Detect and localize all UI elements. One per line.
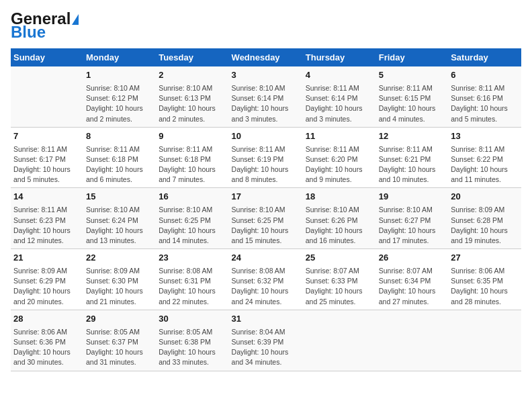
day-info: Sunrise: 8:11 AMSunset: 6:18 PMDaylight:…	[159, 144, 226, 185]
day-cell: 31Sunrise: 8:04 AMSunset: 6:39 PMDayligh…	[229, 310, 303, 371]
day-cell	[303, 310, 376, 371]
day-number: 24	[232, 252, 300, 265]
day-info: Sunrise: 8:11 AMSunset: 6:23 PMDaylight:…	[13, 205, 81, 246]
day-number: 12	[379, 130, 445, 143]
day-info: Sunrise: 8:11 AMSunset: 6:17 PMDaylight:…	[13, 144, 81, 185]
day-info: Sunrise: 8:08 AMSunset: 6:32 PMDaylight:…	[232, 266, 300, 307]
day-number: 1	[86, 69, 153, 82]
day-info: Sunrise: 8:07 AMSunset: 6:33 PMDaylight:…	[306, 266, 373, 307]
day-cell: 27Sunrise: 8:06 AMSunset: 6:35 PMDayligh…	[448, 249, 521, 310]
day-cell: 30Sunrise: 8:05 AMSunset: 6:38 PMDayligh…	[156, 310, 228, 371]
day-cell	[376, 310, 448, 371]
day-cell: 4Sunrise: 8:11 AMSunset: 6:14 PMDaylight…	[303, 66, 376, 127]
day-cell: 22Sunrise: 8:09 AMSunset: 6:30 PMDayligh…	[83, 249, 156, 310]
logo-blue: Blue	[11, 24, 79, 40]
day-cell: 8Sunrise: 8:11 AMSunset: 6:18 PMDaylight…	[83, 127, 156, 188]
day-info: Sunrise: 8:11 AMSunset: 6:21 PMDaylight:…	[379, 144, 445, 185]
day-number: 26	[379, 252, 445, 265]
day-cell: 23Sunrise: 8:08 AMSunset: 6:31 PMDayligh…	[156, 249, 228, 310]
day-cell: 12Sunrise: 8:11 AMSunset: 6:21 PMDayligh…	[376, 127, 448, 188]
day-cell: 26Sunrise: 8:07 AMSunset: 6:34 PMDayligh…	[376, 249, 448, 310]
day-info: Sunrise: 8:11 AMSunset: 6:22 PMDaylight:…	[451, 144, 519, 185]
day-number: 27	[451, 252, 519, 265]
logo-arrow-icon	[72, 14, 79, 25]
day-cell: 13Sunrise: 8:11 AMSunset: 6:22 PMDayligh…	[448, 127, 521, 188]
day-number: 23	[159, 252, 226, 265]
day-cell: 20Sunrise: 8:09 AMSunset: 6:28 PMDayligh…	[448, 188, 521, 249]
week-row-2: 14Sunrise: 8:11 AMSunset: 6:23 PMDayligh…	[11, 188, 521, 249]
day-info: Sunrise: 8:11 AMSunset: 6:19 PMDaylight:…	[232, 144, 300, 185]
day-number: 4	[306, 69, 373, 82]
calendar-table: SundayMondayTuesdayWednesdayThursdayFrid…	[11, 48, 521, 371]
day-cell: 10Sunrise: 8:11 AMSunset: 6:19 PMDayligh…	[229, 127, 303, 188]
day-number: 7	[13, 130, 81, 143]
day-cell: 2Sunrise: 8:10 AMSunset: 6:13 PMDaylight…	[156, 66, 228, 127]
day-cell: 29Sunrise: 8:05 AMSunset: 6:37 PMDayligh…	[83, 310, 156, 371]
day-number: 18	[306, 191, 373, 203]
day-info: Sunrise: 8:10 AMSunset: 6:26 PMDaylight:…	[306, 205, 373, 246]
day-cell: 28Sunrise: 8:06 AMSunset: 6:36 PMDayligh…	[11, 310, 83, 371]
day-info: Sunrise: 8:06 AMSunset: 6:35 PMDaylight:…	[451, 266, 519, 307]
day-cell: 1Sunrise: 8:10 AMSunset: 6:12 PMDaylight…	[83, 66, 156, 127]
day-info: Sunrise: 8:10 AMSunset: 6:12 PMDaylight:…	[86, 83, 153, 124]
day-number: 31	[232, 313, 300, 326]
day-info: Sunrise: 8:06 AMSunset: 6:36 PMDaylight:…	[13, 327, 81, 368]
header-monday: Monday	[83, 48, 156, 66]
day-cell: 21Sunrise: 8:09 AMSunset: 6:29 PMDayligh…	[11, 249, 83, 310]
day-info: Sunrise: 8:10 AMSunset: 6:13 PMDaylight:…	[159, 83, 226, 124]
day-number: 10	[232, 130, 300, 143]
day-number: 25	[306, 252, 373, 265]
day-number: 9	[159, 130, 226, 143]
day-info: Sunrise: 8:10 AMSunset: 6:25 PMDaylight:…	[159, 205, 226, 246]
day-cell: 24Sunrise: 8:08 AMSunset: 6:32 PMDayligh…	[229, 249, 303, 310]
day-number: 30	[159, 313, 226, 326]
day-number: 22	[86, 252, 153, 265]
day-info: Sunrise: 8:11 AMSunset: 6:14 PMDaylight:…	[306, 83, 373, 124]
week-row-4: 28Sunrise: 8:06 AMSunset: 6:36 PMDayligh…	[11, 310, 521, 371]
header-thursday: Thursday	[303, 48, 376, 66]
day-info: Sunrise: 8:11 AMSunset: 6:15 PMDaylight:…	[379, 83, 445, 124]
day-number: 15	[86, 191, 153, 203]
day-number: 5	[379, 69, 445, 82]
day-number: 19	[379, 191, 445, 203]
day-cell: 18Sunrise: 8:10 AMSunset: 6:26 PMDayligh…	[303, 188, 376, 249]
day-cell: 7Sunrise: 8:11 AMSunset: 6:17 PMDaylight…	[11, 127, 83, 188]
day-number: 29	[86, 313, 153, 326]
day-number: 13	[451, 130, 519, 143]
day-info: Sunrise: 8:05 AMSunset: 6:38 PMDaylight:…	[159, 327, 226, 368]
day-number: 11	[306, 130, 373, 143]
day-number: 6	[451, 69, 519, 82]
header-wednesday: Wednesday	[229, 48, 303, 66]
day-number: 28	[13, 313, 81, 326]
day-info: Sunrise: 8:04 AMSunset: 6:39 PMDaylight:…	[232, 327, 300, 368]
day-info: Sunrise: 8:11 AMSunset: 6:16 PMDaylight:…	[451, 83, 519, 124]
day-cell: 25Sunrise: 8:07 AMSunset: 6:33 PMDayligh…	[303, 249, 376, 310]
day-info: Sunrise: 8:10 AMSunset: 6:24 PMDaylight:…	[86, 205, 153, 246]
day-info: Sunrise: 8:05 AMSunset: 6:37 PMDaylight:…	[86, 327, 153, 368]
day-number: 20	[451, 191, 519, 203]
day-cell: 15Sunrise: 8:10 AMSunset: 6:24 PMDayligh…	[83, 188, 156, 249]
week-row-1: 7Sunrise: 8:11 AMSunset: 6:17 PMDaylight…	[11, 127, 521, 188]
calendar-header-row: SundayMondayTuesdayWednesdayThursdayFrid…	[11, 48, 521, 66]
week-row-3: 21Sunrise: 8:09 AMSunset: 6:29 PMDayligh…	[11, 249, 521, 310]
day-number: 17	[232, 191, 300, 203]
page-header: General Blue	[11, 11, 521, 40]
day-number: 16	[159, 191, 226, 203]
header-sunday: Sunday	[11, 48, 83, 66]
day-info: Sunrise: 8:09 AMSunset: 6:29 PMDaylight:…	[13, 266, 81, 307]
header-saturday: Saturday	[448, 48, 521, 66]
week-row-0: 1Sunrise: 8:10 AMSunset: 6:12 PMDaylight…	[11, 66, 521, 127]
day-info: Sunrise: 8:09 AMSunset: 6:30 PMDaylight:…	[86, 266, 153, 307]
day-info: Sunrise: 8:10 AMSunset: 6:14 PMDaylight:…	[232, 83, 300, 124]
day-cell: 6Sunrise: 8:11 AMSunset: 6:16 PMDaylight…	[448, 66, 521, 127]
day-cell: 9Sunrise: 8:11 AMSunset: 6:18 PMDaylight…	[156, 127, 228, 188]
day-info: Sunrise: 8:11 AMSunset: 6:20 PMDaylight:…	[306, 144, 373, 185]
day-number: 8	[86, 130, 153, 143]
day-number: 3	[232, 69, 300, 82]
day-cell: 3Sunrise: 8:10 AMSunset: 6:14 PMDaylight…	[229, 66, 303, 127]
day-number: 21	[13, 252, 81, 265]
day-info: Sunrise: 8:08 AMSunset: 6:31 PMDaylight:…	[159, 266, 226, 307]
day-info: Sunrise: 8:11 AMSunset: 6:18 PMDaylight:…	[86, 144, 153, 185]
day-info: Sunrise: 8:07 AMSunset: 6:34 PMDaylight:…	[379, 266, 445, 307]
day-info: Sunrise: 8:09 AMSunset: 6:28 PMDaylight:…	[451, 205, 519, 246]
